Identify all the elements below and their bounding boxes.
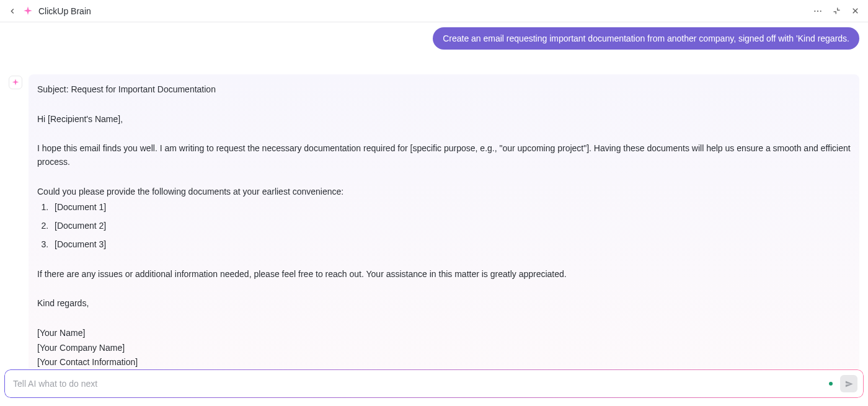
more-horizontal-icon [813, 6, 823, 16]
app-header: ClickUp Brain [0, 0, 868, 22]
back-button[interactable] [7, 6, 17, 16]
ai-avatar [9, 76, 22, 89]
send-button[interactable] [840, 375, 857, 392]
ai-response-row: Subject: Request for Important Documenta… [9, 74, 859, 383]
svg-point-1 [817, 10, 818, 11]
svg-point-0 [814, 10, 815, 11]
email-intro: I hope this email finds you well. I am w… [37, 142, 851, 169]
chevron-left-icon [8, 7, 17, 15]
svg-point-2 [820, 10, 822, 11]
email-closing-note: If there are any issues or additional in… [37, 268, 851, 281]
email-subject: Subject: Request for Important Documenta… [37, 83, 851, 97]
more-button[interactable] [812, 6, 823, 17]
send-icon [844, 379, 854, 389]
signature-contact: [Your Contact Information] [37, 356, 851, 369]
prompt-input[interactable] [13, 379, 829, 389]
header-right [812, 6, 861, 17]
list-item: [Document 2] [51, 219, 851, 233]
chat-area: Create an email requesting important doc… [0, 22, 868, 383]
brain-icon [22, 6, 33, 17]
list-item: [Document 3] [51, 238, 851, 252]
input-bar [4, 369, 864, 399]
expand-button[interactable] [831, 6, 842, 17]
sparkle-icon [11, 78, 20, 87]
ai-response: Subject: Request for Important Documenta… [29, 74, 859, 383]
close-button[interactable] [849, 6, 861, 17]
email-greeting: Hi [Recipient's Name], [37, 113, 851, 126]
signature-company: [Your Company Name] [37, 342, 851, 355]
signature-name: [Your Name] [37, 327, 851, 340]
document-list: [Document 1] [Document 2] [Document 3] [51, 201, 851, 251]
user-message-row: Create an email requesting important doc… [9, 27, 859, 50]
input-bar-container [4, 369, 864, 399]
email-ask: Could you please provide the following d… [37, 185, 851, 199]
header-left: ClickUp Brain [7, 6, 91, 17]
email-signoff: Kind regards, [37, 297, 851, 311]
close-icon [851, 6, 860, 15]
app-title: ClickUp Brain [38, 6, 91, 16]
sparkle-icon [22, 6, 33, 17]
list-item: [Document 1] [51, 201, 851, 214]
user-message: Create an email requesting important doc… [433, 27, 859, 50]
minimize-icon [832, 6, 841, 15]
status-indicator [829, 382, 833, 386]
